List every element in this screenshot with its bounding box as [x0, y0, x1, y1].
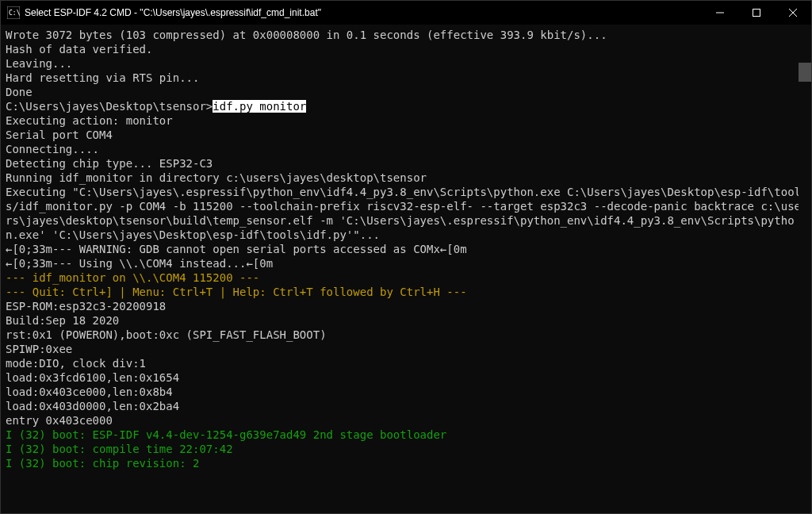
svg-text:C:\: C:\ — [9, 10, 20, 17]
output-line: --- idf_monitor on \\.\COM4 115200 --- — [6, 270, 806, 285]
output-line: ESP-ROM:esp32c3-20200918 — [6, 299, 806, 313]
terminal-wrap: Wrote 3072 bytes (103 compressed) at 0x0… — [1, 25, 811, 513]
output-line: ←[0;33m--- Using \\.\COM4 instead...←[0m — [6, 256, 806, 270]
command-text: idf.py monitor — [213, 100, 306, 113]
minimize-button[interactable] — [702, 1, 738, 25]
output-line: ←[0;33m--- WARNING: GDB cannot open seri… — [6, 242, 806, 256]
output-line: Hash of data verified. — [6, 42, 806, 56]
scrollbar[interactable] — [799, 25, 811, 513]
output-line: Build:Sep 18 2020 — [6, 313, 806, 328]
cmd-icon: C:\ — [7, 6, 20, 19]
output-line: Executing action: monitor — [6, 113, 806, 128]
prompt-line: C:\Users\jayes\Desktop\tsensor>idf.py mo… — [6, 99, 806, 113]
output-line: Done — [6, 85, 806, 99]
output-line: Running idf_monitor in directory c:\user… — [6, 171, 806, 185]
output-line: Hard resetting via RTS pin... — [6, 71, 806, 85]
output-line: mode:DIO, clock div:1 — [6, 356, 806, 370]
output-line: SPIWP:0xee — [6, 342, 806, 356]
output-line: I (32) boot: chip revision: 2 — [6, 456, 806, 470]
output-line: load:0x403ce000,len:0x8b4 — [6, 385, 806, 399]
output-line: I (32) boot: compile time 22:07:42 — [6, 442, 806, 456]
scrollbar-thumb[interactable] — [799, 63, 811, 82]
maximize-icon — [753, 9, 760, 17]
prompt-path: C:\Users\jayes\Desktop\tsensor> — [6, 100, 213, 113]
minimize-icon — [716, 9, 724, 17]
window-title: Select ESP-IDF 4.2 CMD - "C:\Users\jayes… — [25, 7, 702, 18]
maximize-button[interactable] — [738, 1, 775, 25]
output-line: Detecting chip type... ESP32-C3 — [6, 156, 806, 171]
output-line: Leaving... — [6, 56, 806, 71]
titlebar[interactable]: C:\ Select ESP-IDF 4.2 CMD - "C:\Users\j… — [1, 1, 811, 25]
output-line: load:0x3fcd6100,len:0x1654 — [6, 370, 806, 385]
output-line: Wrote 3072 bytes (103 compressed) at 0x0… — [6, 28, 806, 42]
output-line: Serial port COM4 — [6, 128, 806, 142]
output-line: I (32) boot: ESP-IDF v4.4-dev-1254-g639e… — [6, 428, 806, 442]
output-line: rst:0x1 (POWERON),boot:0xc (SPI_FAST_FLA… — [6, 328, 806, 342]
terminal[interactable]: Wrote 3072 bytes (103 compressed) at 0x0… — [1, 25, 811, 513]
output-line: entry 0x403ce000 — [6, 413, 806, 428]
output-line: Connecting.... — [6, 142, 806, 156]
close-button[interactable] — [775, 1, 811, 25]
output-line: Executing "C:\Users\jayes\.espressif\pyt… — [6, 185, 806, 242]
app-window: C:\ Select ESP-IDF 4.2 CMD - "C:\Users\j… — [0, 0, 812, 514]
output-line: load:0x403d0000,len:0x2ba4 — [6, 399, 806, 413]
titlebar-controls — [702, 1, 811, 25]
close-icon — [789, 9, 797, 17]
svg-rect-3 — [753, 10, 760, 17]
output-line: --- Quit: Ctrl+] | Menu: Ctrl+T | Help: … — [6, 285, 806, 299]
